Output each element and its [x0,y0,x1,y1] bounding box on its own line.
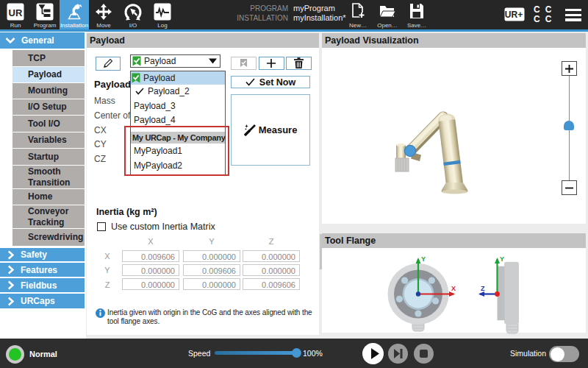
svg-text:UR+: UR+ [505,10,523,20]
svg-text:Y: Y [500,255,504,263]
svg-text:Z: Z [481,285,485,292]
svg-text:UR: UR [9,7,23,18]
svg-text:X: X [451,285,456,292]
svg-text:Y: Y [421,255,426,263]
